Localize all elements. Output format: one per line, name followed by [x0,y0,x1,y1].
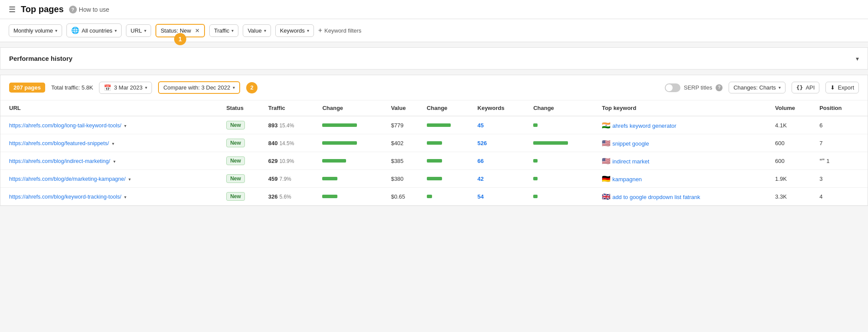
table-row: https://ahrefs.com/blog/de/marketing-kam… [0,170,868,188]
status-cell: New [226,170,268,188]
value-cell: $385 [391,152,426,170]
performance-header[interactable]: Performance history ▾ [0,48,868,69]
value-change-bar [427,177,471,180]
hamburger-menu-icon[interactable]: ☰ [9,5,16,14]
top-keyword-cell: 🇺🇸snippet google [602,134,775,152]
position-value: 7 [819,140,822,146]
add-keyword-filters[interactable]: + Keyword filters [318,27,362,34]
top-keyword-link[interactable]: ahrefs keyword generator [612,123,676,129]
api-button[interactable]: {} API [792,82,820,93]
top-keyword-cell: 🇺🇸indirect market [602,152,775,170]
url-link[interactable]: https://ahrefs.com/blog/indirect-marketi… [9,158,110,164]
data-table: URL Status Traffic Change Value Change K… [0,100,868,206]
top-bar: ☰ Top pages ? How to use [0,0,868,19]
keyword-filters-label: Keyword filters [324,27,361,34]
bar-fill [427,195,432,198]
export-button[interactable]: ⬇ Export [825,82,859,93]
chevron-down-icon: ▾ [233,85,235,90]
table-row: https://ahrefs.com/blog/featured-snippet… [0,134,868,152]
chevron-down-icon: ▾ [856,55,859,62]
monthly-volume-label: Monthly volume [13,27,53,34]
col-traffic-change: Change [322,100,391,116]
chevron-down-icon: ▾ [779,85,781,90]
status-badge: New [226,121,245,129]
changes-charts-button[interactable]: Changes: Charts ▾ [729,82,785,93]
keywords-filter[interactable]: Keywords ▾ [275,24,314,37]
table-row: https://ahrefs.com/blog/indirect-marketi… [0,152,868,170]
bar-fill [322,159,346,163]
traffic-change-bar [322,159,384,163]
position-cell: 3 [819,170,868,188]
all-countries-filter[interactable]: 🌐 All countries ▾ [66,23,122,37]
compare-date-selector[interactable]: Compare with: 3 Dec 2022 ▾ [158,81,240,94]
country-flag: 🇮🇳 [602,122,611,129]
all-countries-label: All countries [82,27,112,34]
bar-fill [533,195,538,198]
keywords-value: 42 [478,176,484,182]
value-change-cell [427,170,478,188]
col-top-keyword: Top keyword [602,100,775,116]
globe-icon: 🌐 [71,27,79,34]
serp-titles-label: SERP titles [684,84,713,91]
value-cell: $380 [391,170,426,188]
filter-bar: Monthly volume ▾ 🌐 All countries ▾ URL ▾… [0,19,868,42]
volume-cell: 3.3K [775,188,819,206]
volume-cell: 600 [775,152,819,170]
volume-cell: 600 [775,134,819,152]
date-selector[interactable]: 📅 3 Mar 2023 ▾ [99,82,152,94]
traffic-filter[interactable]: Traffic ▾ [209,24,238,37]
top-keyword-link[interactable]: snippet google [612,140,649,147]
quote-icon: ❝❞ [819,158,825,164]
changes-charts-label: Changes: Charts [733,84,776,91]
how-to-use-link[interactable]: ? How to use [69,6,109,13]
api-icon: {} [796,84,803,91]
volume-value: 1.9K [775,176,787,182]
table-row: https://ahrefs.com/blog/long-tail-keywor… [0,116,868,134]
url-link[interactable]: https://ahrefs.com/blog/de/marketing-kam… [9,176,125,182]
url-link[interactable]: https://ahrefs.com/blog/long-tail-keywor… [9,123,121,129]
col-status: Status [226,100,268,116]
col-keywords-change: Change [533,100,602,116]
status-badge: New [226,139,245,147]
traffic-change-bar [322,195,384,198]
serp-titles-control: SERP titles ? [665,83,723,92]
col-keywords: Keywords [478,100,534,116]
page-title: Top pages [21,4,64,14]
top-keyword-link[interactable]: indirect market [612,158,649,165]
url-filter[interactable]: URL ▾ [126,24,151,37]
serp-help-icon[interactable]: ? [716,84,723,91]
traffic-percent: 15.4% [279,123,294,129]
chevron-down-icon: ▾ [144,28,146,33]
top-keyword-link[interactable]: kampagnen [612,176,642,183]
status-cell: New [226,188,268,206]
status-badge: New [226,156,245,165]
api-label: API [805,84,815,91]
plus-icon: + [318,27,322,34]
compare-label: Compare with: 3 Dec 2022 [163,84,230,91]
step-1-indicator: 1 [174,33,186,45]
col-url: URL [0,100,226,116]
traffic-change-bar [322,177,384,180]
keywords-cell: 42 [478,170,534,188]
url-link[interactable]: https://ahrefs.com/blog/keyword-tracking… [9,194,121,200]
serp-titles-toggle[interactable] [665,83,680,92]
volume-value: 3.3K [775,193,787,200]
close-icon[interactable]: ✕ [195,27,200,34]
how-to-use-label: How to use [79,6,109,13]
url-cell: https://ahrefs.com/blog/featured-snippet… [0,134,226,152]
keywords-change-cell [533,188,602,206]
top-keyword-cell: 🇩🇪kampagnen [602,170,775,188]
monthly-volume-filter[interactable]: Monthly volume ▾ [9,24,62,37]
value-filter[interactable]: Value ▾ [243,24,271,37]
chevron-down-icon: ▾ [115,28,117,33]
url-label: URL [131,27,142,34]
chevron-down-icon: ▾ [123,195,126,199]
position-cell: 6 [819,116,868,134]
bar-fill [322,195,337,198]
top-keyword-link[interactable]: add to google dropdown list fatrank [612,194,700,200]
traffic-value: 326 [268,193,278,200]
chevron-down-icon: ▾ [112,159,116,164]
url-link[interactable]: https://ahrefs.com/blog/featured-snippet… [9,140,109,146]
position-cell: 4 [819,188,868,206]
keywords-cell: 66 [478,152,534,170]
